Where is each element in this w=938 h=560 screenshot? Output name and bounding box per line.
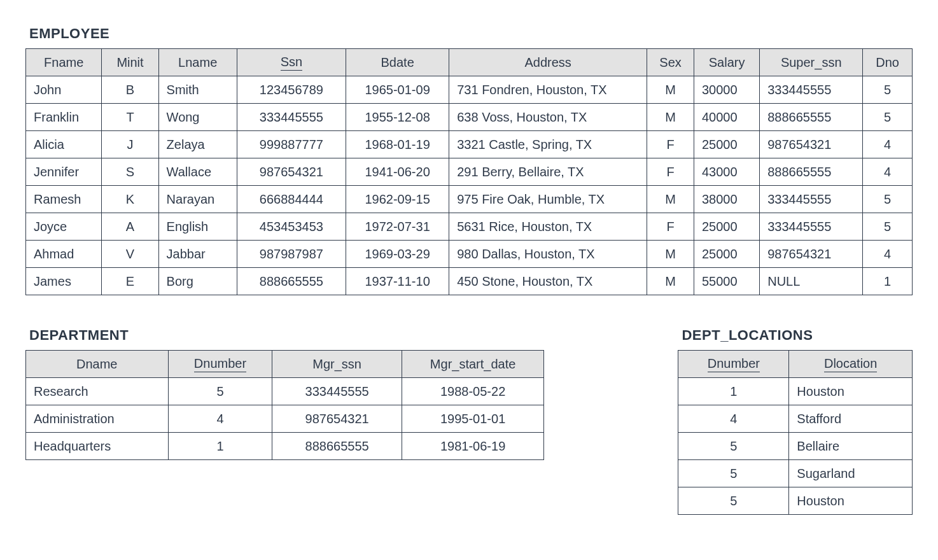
table-cell: Zelaya	[158, 131, 237, 158]
table-row: 5Bellaire	[678, 433, 913, 460]
employee-col-fname: Fname	[26, 49, 102, 76]
table-cell: Sugarland	[789, 460, 913, 487]
table-cell: V	[102, 241, 158, 268]
table-cell: Franklin	[26, 104, 102, 131]
dept-locations-section: DEPT_LOCATIONS DnumberDlocation 1Houston…	[678, 321, 913, 515]
table-cell: 987654321	[237, 158, 346, 186]
dept_locations-col-dnumber: Dnumber	[678, 351, 789, 378]
table-cell: 333445555	[760, 76, 863, 104]
table-cell: 4	[863, 158, 913, 186]
table-cell: 5	[863, 186, 913, 213]
table-cell: 333445555	[237, 104, 346, 131]
table-cell: 888665555	[272, 433, 402, 460]
table-row: RameshKNarayan6668844441962-09-15975 Fir…	[26, 186, 913, 213]
table-cell: Headquarters	[26, 433, 169, 460]
table-row: JamesEBorg8886655551937-11-10450 Stone, …	[26, 268, 913, 295]
table-cell: Bellaire	[789, 433, 913, 460]
table-row: JenniferSWallace9876543211941-06-20291 B…	[26, 158, 913, 186]
table-cell: 1962-09-15	[346, 186, 449, 213]
employee-col-address: Address	[449, 49, 647, 76]
department-col-dnumber: Dnumber	[168, 351, 272, 378]
table-row: AliciaJZelaya9998877771968-01-193321 Cas…	[26, 131, 913, 158]
table-cell: 43000	[694, 158, 759, 186]
table-row: FranklinTWong3334455551955-12-08638 Voss…	[26, 104, 913, 131]
department-col-dname: Dname	[26, 351, 169, 378]
employee-section: EMPLOYEE FnameMinitLnameSsnBdateAddressS…	[25, 25, 913, 295]
table-cell: Houston	[789, 378, 913, 405]
table-cell: 1981-06-19	[402, 433, 544, 460]
table-cell: 4	[863, 241, 913, 268]
table-cell: 1	[678, 378, 789, 405]
table-cell: 5631 Rice, Houston, TX	[449, 213, 647, 241]
table-row: JohnBSmith1234567891965-01-09731 Fondren…	[26, 76, 913, 104]
table-cell: Narayan	[158, 186, 237, 213]
table-cell: Ahmad	[26, 241, 102, 268]
table-cell: Research	[26, 378, 169, 405]
table-cell: 55000	[694, 268, 759, 295]
employee-table: FnameMinitLnameSsnBdateAddressSexSalaryS…	[25, 48, 913, 295]
table-cell: 4	[863, 131, 913, 158]
table-row: Administration49876543211995-01-01	[26, 405, 544, 433]
table-cell: K	[102, 186, 158, 213]
table-cell: Jabbar	[158, 241, 237, 268]
table-row: JoyceAEnglish4534534531972-07-315631 Ric…	[26, 213, 913, 241]
table-cell: 987654321	[272, 405, 402, 433]
table-cell: 1972-07-31	[346, 213, 449, 241]
table-cell: F	[647, 213, 694, 241]
dept-locations-header-row: DnumberDlocation	[678, 351, 913, 378]
table-cell: 999887777	[237, 131, 346, 158]
table-cell: Joyce	[26, 213, 102, 241]
table-cell: 1	[863, 268, 913, 295]
table-cell: 4	[678, 405, 789, 433]
table-cell: F	[647, 131, 694, 158]
department-title: DEPARTMENT	[29, 327, 544, 344]
table-cell: 5	[863, 104, 913, 131]
table-cell: Jennifer	[26, 158, 102, 186]
table-cell: S	[102, 158, 158, 186]
table-cell: 123456789	[237, 76, 346, 104]
table-cell: F	[647, 158, 694, 186]
table-cell: Smith	[158, 76, 237, 104]
table-cell: 25000	[694, 213, 759, 241]
table-cell: 987654321	[760, 241, 863, 268]
table-cell: E	[102, 268, 158, 295]
table-cell: T	[102, 104, 158, 131]
table-cell: Ramesh	[26, 186, 102, 213]
table-row: Headquarters18886655551981-06-19	[26, 433, 544, 460]
employee-header-row: FnameMinitLnameSsnBdateAddressSexSalaryS…	[26, 49, 913, 76]
department-header-row: DnameDnumberMgr_ssnMgr_start_date	[26, 351, 544, 378]
table-cell: Alicia	[26, 131, 102, 158]
dept-locations-table: DnumberDlocation 1Houston4Stafford5Bella…	[678, 350, 913, 515]
table-cell: 1955-12-08	[346, 104, 449, 131]
table-cell: NULL	[760, 268, 863, 295]
table-cell: Stafford	[789, 405, 913, 433]
table-cell: Administration	[26, 405, 169, 433]
table-cell: 5	[863, 76, 913, 104]
table-cell: 3321 Castle, Spring, TX	[449, 131, 647, 158]
table-row: 1Houston	[678, 378, 913, 405]
department-col-mgr_start_date: Mgr_start_date	[402, 351, 544, 378]
table-row: 5Sugarland	[678, 460, 913, 487]
table-cell: James	[26, 268, 102, 295]
table-cell: 453453453	[237, 213, 346, 241]
table-cell: 5	[168, 378, 272, 405]
table-cell: 25000	[694, 131, 759, 158]
employee-col-super_ssn: Super_ssn	[760, 49, 863, 76]
table-cell: Wallace	[158, 158, 237, 186]
table-cell: M	[647, 241, 694, 268]
table-cell: 731 Fondren, Houston, TX	[449, 76, 647, 104]
department-body: Research53334455551988-05-22Administrati…	[26, 378, 544, 460]
table-cell: 1969-03-29	[346, 241, 449, 268]
table-cell: 4	[168, 405, 272, 433]
table-cell: A	[102, 213, 158, 241]
employee-body: JohnBSmith1234567891965-01-09731 Fondren…	[26, 76, 913, 295]
table-cell: 1968-01-19	[346, 131, 449, 158]
employee-col-minit: Minit	[102, 49, 158, 76]
table-cell: 987987987	[237, 241, 346, 268]
table-cell: Houston	[789, 487, 913, 515]
employee-col-dno: Dno	[863, 49, 913, 76]
table-cell: 1937-11-10	[346, 268, 449, 295]
table-cell: John	[26, 76, 102, 104]
table-cell: 5	[863, 213, 913, 241]
table-cell: 5	[678, 487, 789, 515]
